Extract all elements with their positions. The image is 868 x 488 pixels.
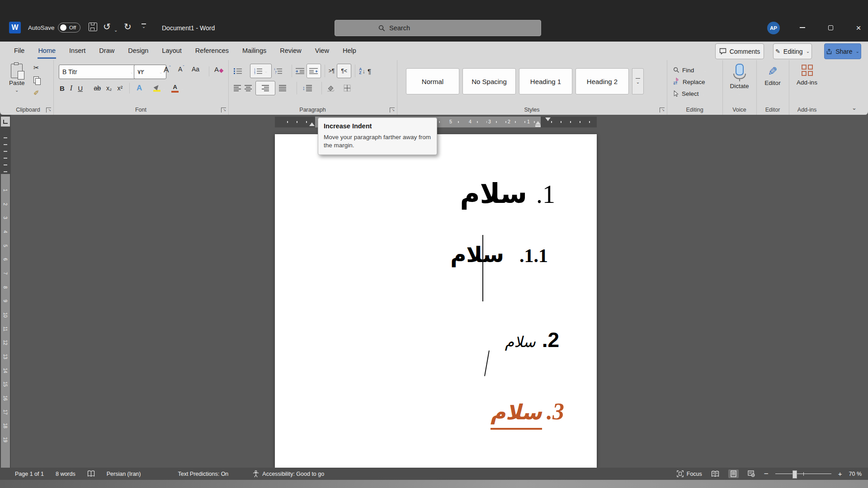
chevron-down-icon[interactable]: ⌄: [288, 86, 292, 91]
chevron-down-icon[interactable]: ⌄: [162, 86, 166, 91]
show-marks-button[interactable]: ¶: [368, 67, 371, 75]
language-indicator[interactable]: Persian (Iran): [107, 471, 141, 477]
addins-button[interactable]: Add-ins: [789, 65, 825, 86]
shading-button[interactable]: ⌄: [327, 84, 340, 92]
chevron-down-icon[interactable]: ⌄: [244, 69, 248, 74]
text-effects-button[interactable]: A: [137, 84, 142, 93]
line-spacing-button[interactable]: ↕⌄: [302, 84, 316, 92]
grow-font-button[interactable]: Aˆ: [164, 66, 171, 75]
tab-insert[interactable]: Insert: [62, 42, 92, 60]
dictate-button[interactable]: Dictate ⌄: [722, 64, 756, 96]
redo-icon[interactable]: ↻: [124, 21, 132, 33]
superscript-button[interactable]: x²: [117, 84, 123, 92]
comments-button[interactable]: Comments: [715, 43, 764, 59]
highlight-button[interactable]: [153, 84, 160, 92]
tab-review[interactable]: Review: [273, 42, 308, 60]
style-normal[interactable]: Normal: [406, 68, 459, 94]
bold-button[interactable]: B: [60, 84, 65, 92]
find-button[interactable]: Find ⌄: [673, 65, 707, 75]
doc-line-heading1[interactable]: 1.سلام: [460, 178, 555, 209]
hanging-indent-marker[interactable]: [535, 121, 541, 125]
styles-dialog-launcher[interactable]: ↘: [660, 108, 665, 113]
chevron-down-icon[interactable]: ⌄: [144, 86, 147, 91]
style-no-spacing[interactable]: No Spacing: [462, 68, 516, 94]
print-layout-button[interactable]: [728, 469, 739, 478]
left-indent-marker[interactable]: [309, 122, 315, 126]
zoom-in-button[interactable]: +: [838, 472, 842, 476]
tab-file[interactable]: File: [7, 42, 31, 60]
clear-formatting-button[interactable]: A: [214, 66, 223, 73]
save-icon[interactable]: [89, 23, 97, 31]
chevron-down-icon[interactable]: ⌄: [180, 86, 184, 91]
paragraph-dialog-launcher[interactable]: ↘: [390, 108, 395, 113]
shrink-font-button[interactable]: Aˇ: [178, 66, 184, 73]
style-heading-1[interactable]: Heading 1: [519, 68, 572, 94]
font-size-combo[interactable]: ۷۲⌄: [134, 65, 166, 79]
close-button[interactable]: ×: [849, 21, 868, 34]
focus-button[interactable]: Focus: [677, 470, 702, 477]
tab-view[interactable]: View: [308, 42, 336, 60]
numbering-button[interactable]: 123 ⌄: [250, 64, 272, 78]
zoom-slider-thumb[interactable]: [793, 470, 797, 479]
multilevel-list-button[interactable]: 1ai ⌄: [274, 68, 288, 74]
editing-mode-button[interactable]: ✎ Editing ⌄: [773, 43, 812, 59]
font-color-button[interactable]: A: [171, 84, 179, 93]
tab-help[interactable]: Help: [336, 42, 363, 60]
underline-button[interactable]: U: [78, 84, 83, 92]
rtl-direction-button[interactable]: ¶<: [337, 64, 351, 78]
strikethrough-button[interactable]: ab: [94, 84, 101, 92]
increase-indent-button[interactable]: [307, 64, 321, 78]
tab-draw[interactable]: Draw: [92, 42, 121, 60]
change-case-button[interactable]: Aa⌄: [192, 66, 203, 73]
page-indicator[interactable]: Page 1 of 1: [15, 471, 44, 477]
decrease-indent-button[interactable]: [296, 68, 304, 74]
sort-button[interactable]: AZ ↓: [359, 67, 365, 75]
align-center-button[interactable]: [245, 84, 252, 92]
maximize-button[interactable]: [821, 21, 840, 34]
doc-line-numbered-2[interactable]: 2.سلام: [505, 328, 559, 352]
read-mode-button[interactable]: [709, 470, 722, 478]
chevron-down-icon[interactable]: ⌄: [85, 86, 88, 91]
editor-button[interactable]: ✎ Editor: [756, 65, 789, 86]
tab-layout[interactable]: Layout: [155, 42, 189, 60]
word-count[interactable]: 8 words: [56, 471, 75, 477]
font-dialog-launcher[interactable]: ↘: [221, 108, 226, 113]
tab-selector[interactable]: [1, 117, 10, 127]
avatar[interactable]: AP: [767, 22, 780, 34]
undo-icon[interactable]: ↺: [103, 21, 111, 33]
web-layout-button[interactable]: [745, 469, 757, 478]
doc-line-numbered-3[interactable]: 3.سلام: [491, 398, 564, 425]
styles-gallery-more-button[interactable]: ⌄: [632, 68, 644, 94]
customize-quick-access-icon[interactable]: ⌄: [141, 23, 146, 28]
autosave-toggle[interactable]: Off: [58, 23, 80, 33]
format-painter-icon[interactable]: ✐: [33, 89, 39, 97]
vertical-ruler[interactable]: 1 2 3 4 5 6 7 8 9 10 11 12 13 14 15 16 1…: [0, 115, 11, 468]
italic-button[interactable]: I: [70, 84, 72, 92]
search-input[interactable]: Search: [335, 20, 541, 36]
proofing-status[interactable]: [87, 470, 95, 477]
align-left-button[interactable]: [234, 84, 241, 92]
text-predictions[interactable]: Text Predictions: On: [178, 471, 228, 477]
zoom-slider[interactable]: [775, 470, 831, 478]
style-heading-2[interactable]: Heading 2: [576, 68, 629, 94]
document-page[interactable]: 1.سلام 1.1.سلام 2.سلام 3.سلام: [275, 134, 597, 468]
font-name-combo[interactable]: B Titr⌄: [59, 65, 137, 79]
minimize-button[interactable]: [793, 21, 812, 34]
right-indent-marker[interactable]: [535, 125, 541, 127]
first-line-indent-marker[interactable]: [545, 117, 551, 121]
replace-button[interactable]: b ⇄ Replace: [673, 76, 705, 87]
tab-mailings[interactable]: Mailings: [236, 42, 273, 60]
tab-home[interactable]: Home: [31, 42, 62, 60]
tab-references[interactable]: References: [189, 42, 236, 60]
tab-design[interactable]: Design: [121, 42, 155, 60]
undo-chevron-icon[interactable]: ⌄: [114, 24, 118, 36]
collapse-ribbon-icon[interactable]: ⌄: [852, 104, 857, 111]
subscript-button[interactable]: x₂: [106, 84, 112, 92]
borders-button[interactable]: ⌄: [344, 84, 356, 92]
zoom-out-button[interactable]: −: [764, 472, 769, 476]
doc-line-heading2[interactable]: 1.1.سلام: [450, 242, 548, 267]
zoom-level[interactable]: 70 %: [849, 471, 862, 477]
cut-icon[interactable]: ✂: [33, 64, 39, 72]
word-logo-icon[interactable]: W: [9, 22, 21, 33]
select-button[interactable]: Select ⌄: [673, 88, 705, 99]
